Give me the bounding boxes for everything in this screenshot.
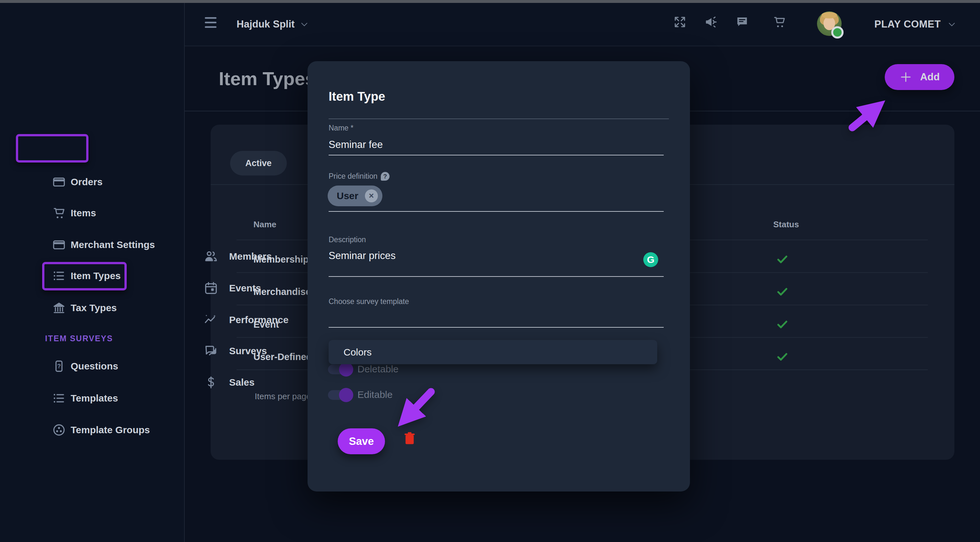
sidebar-item-label: Tax Types [71, 303, 117, 314]
card-icon [52, 238, 66, 252]
avatar[interactable] [817, 11, 842, 36]
modal-title: Item Type [329, 90, 385, 104]
sidebar-section-item-surveys: ITEM SURVEYS [45, 334, 113, 343]
cart-icon[interactable] [772, 15, 786, 29]
sidebar-item-templates[interactable]: Templates [0, 384, 184, 412]
club-switcher[interactable]: Hajduk Split [237, 3, 309, 46]
sidebar-item-label: Items [71, 208, 96, 219]
name-field-label: Name * [329, 124, 353, 132]
chip-label: User [337, 190, 358, 201]
question-icon: ? [52, 359, 66, 373]
chip-remove-icon[interactable]: ✕ [365, 189, 378, 202]
fullscreen-icon[interactable] [673, 15, 687, 29]
annotation-box-item-types [42, 262, 127, 290]
survey-template-dropdown[interactable]: Colors [329, 340, 657, 364]
deletable-toggle[interactable] [328, 365, 351, 374]
sidebar-item-label: Orders [71, 176, 102, 187]
online-status-dot [831, 26, 843, 38]
modal-divider [329, 119, 669, 119]
hamburger-menu-button[interactable] [205, 17, 216, 30]
editable-toggle-label: Editable [358, 389, 393, 400]
megaphone-icon[interactable] [704, 15, 718, 29]
group-icon [52, 423, 66, 437]
sidebar-item-questions[interactable]: ?Questions [0, 352, 184, 380]
sales-icon [204, 375, 218, 390]
app-window: MembersEventsPerformanceSurveysSalesOrde… [0, 0, 980, 542]
price-definition-label: Price definition [329, 172, 377, 181]
help-icon[interactable]: ? [381, 172, 390, 181]
club-name: Hajduk Split [237, 19, 294, 30]
survey-template-underline [329, 327, 664, 328]
deletable-toggle-label: Deletable [358, 364, 399, 375]
save-button[interactable]: Save [338, 428, 385, 454]
sidebar-item-label: Template Groups [71, 425, 150, 436]
editable-toggle[interactable] [328, 390, 351, 400]
sidebar-item-orders[interactable]: Orders [0, 168, 184, 196]
cart-icon [52, 206, 66, 220]
sidebar-item-label: Questions [71, 361, 118, 372]
sidebar-item-label: Merchant Settings [71, 239, 155, 250]
sidebar-item-data[interactable]: Data [185, 517, 980, 542]
price-definition-underline [329, 211, 664, 212]
trash-icon[interactable] [402, 430, 417, 447]
svg-text:?: ? [57, 363, 60, 369]
sidebar-item-template-groups[interactable]: Template Groups [0, 416, 184, 444]
name-field-value[interactable]: Seminar fee [329, 139, 383, 151]
chevron-down-icon [300, 20, 309, 29]
dropdown-option-colors[interactable]: Colors [344, 347, 372, 358]
price-definition-chip[interactable]: User ✕ [328, 185, 382, 206]
grammarly-icon[interactable]: G [643, 252, 658, 267]
account-menu[interactable]: PLAY COMET [874, 3, 956, 46]
description-field-value[interactable]: Seminar prices [329, 250, 396, 261]
avatar-fringe [821, 12, 837, 19]
price-definition-label-row: Price definition ? [329, 172, 390, 181]
description-field-label: Description [329, 235, 366, 244]
bank-icon [52, 301, 66, 315]
sidebar-item-tax-types[interactable]: Tax Types [0, 294, 184, 322]
description-underline [329, 276, 664, 277]
topbar: Hajduk Split PLAY COMET [185, 3, 980, 46]
sidebar-item-items[interactable]: Items [0, 199, 184, 227]
item-type-modal: Item Type Name * Seminar fee Price defin… [307, 61, 690, 491]
list-icon [52, 391, 66, 406]
account-name: PLAY COMET [874, 19, 941, 30]
chevron-down-icon [947, 20, 956, 29]
chat-icon[interactable] [735, 15, 749, 29]
sidebar-item-merchant-settings[interactable]: Merchant Settings [0, 231, 184, 259]
name-field-underline [329, 155, 664, 155]
window-top-strip [0, 0, 980, 3]
sidebar-item-label: Templates [71, 393, 118, 404]
orders-icon [52, 175, 66, 189]
survey-template-label: Choose survey template [329, 297, 409, 306]
annotation-box-sales [16, 134, 89, 163]
sidebar-item-label: Sales [229, 377, 255, 388]
